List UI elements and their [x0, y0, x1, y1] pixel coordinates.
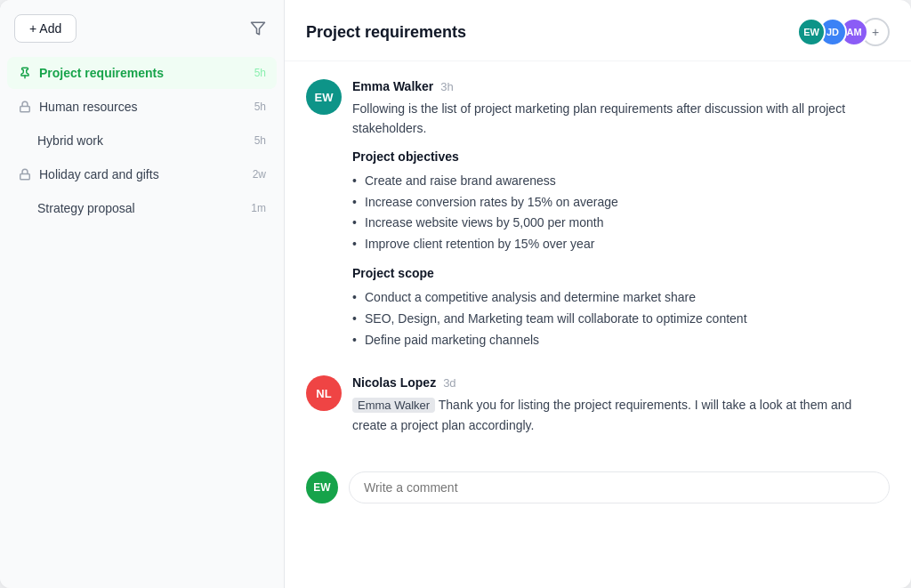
sidebar-nav: Project requirements5h Human resources5h…	[0, 57, 284, 224]
list-item: Conduct a competitive analysis and deter…	[352, 287, 890, 309]
sidebar: + Add Project requirements5h Human resou…	[0, 0, 285, 588]
filter-icon	[250, 20, 266, 36]
commenter-avatar: EW	[306, 471, 338, 503]
spacer-icon	[18, 133, 30, 148]
sidebar-item-holiday-card-gifts[interactable]: Holiday card and gifts2w	[7, 158, 277, 190]
post-time-2: 3d	[443, 376, 456, 390]
svg-rect-3	[20, 173, 30, 179]
section-heading-objectives: Project objectives	[352, 149, 890, 164]
list-item: Increase conversion rates by 15% on aver…	[352, 192, 890, 213]
app-container: + Add Project requirements5h Human resou…	[0, 0, 911, 588]
sidebar-item-time: 5h	[254, 134, 266, 147]
page-title: Project requirements	[306, 23, 466, 42]
sidebar-item-time: 2w	[253, 168, 266, 181]
sidebar-item-strategy-proposal[interactable]: Strategy proposal1m	[7, 192, 277, 224]
post-time-1: 3h	[440, 80, 453, 93]
sidebar-header: + Add	[0, 14, 284, 57]
post-body-1: Emma Walker 3h Following is the list of …	[352, 79, 890, 354]
lock-icon	[18, 100, 32, 114]
post-intro-1: Following is the list of project marketi…	[352, 99, 890, 139]
list-item: Increase website views by 5,000 per mont…	[352, 213, 890, 234]
scope-list: Conduct a competitive analysis and deter…	[352, 287, 890, 350]
main-header: Project requirements EW JD AM +	[285, 0, 911, 61]
post-author-2: Nicolas Lopez	[352, 375, 436, 390]
sidebar-item-project-requirements[interactable]: Project requirements5h	[7, 57, 277, 89]
post-item-1: EW Emma Walker 3h Following is the list …	[306, 79, 890, 354]
sidebar-item-label: Hybrid work	[37, 133, 247, 148]
sidebar-item-human-resources[interactable]: Human resources5h	[7, 91, 277, 123]
add-button[interactable]: + Add	[14, 14, 77, 43]
sidebar-item-hybrid-work[interactable]: Hybrid work5h	[7, 125, 277, 157]
post-section-scope: Project scope Conduct a competitive anal…	[352, 266, 890, 350]
list-item: SEO, Design, and Marketing team will col…	[352, 309, 890, 330]
post-text-2: Emma Walker Thank you for listing the pr…	[352, 395, 890, 435]
sidebar-item-time: 1m	[251, 202, 266, 214]
section-heading-scope: Project scope	[352, 266, 890, 280]
content-scroll: EW Emma Walker 3h Following is the list …	[285, 61, 911, 588]
svg-marker-0	[252, 22, 265, 35]
post-avatar-emma: EW	[306, 79, 342, 115]
list-item: Define paid marketing channels	[352, 330, 890, 351]
pin-icon	[18, 66, 32, 80]
sidebar-item-time: 5h	[254, 101, 266, 113]
post-section-objectives: Project objectives Create and raise bran…	[352, 149, 890, 255]
comment-input-row: EW	[306, 468, 890, 511]
post-avatar-nicolas: NL	[306, 375, 342, 411]
avatar-emma: EW	[797, 18, 826, 46]
post-author-line-1: Emma Walker 3h	[352, 79, 890, 93]
list-item: Improve client retention by 15% over yea…	[352, 234, 890, 255]
comment-input[interactable]	[349, 471, 890, 503]
avatar-group: EW JD AM +	[797, 18, 890, 46]
post-body-2: Nicolas Lopez 3d Emma Walker Thank you f…	[352, 375, 890, 446]
svg-rect-2	[20, 106, 30, 111]
objectives-list: Create and raise brand awareness Increas…	[352, 171, 890, 255]
sidebar-item-label: Project requirements	[39, 66, 247, 80]
post-author-line-2: Nicolas Lopez 3d	[352, 375, 890, 390]
lock-icon	[18, 167, 32, 181]
list-item: Create and raise brand awareness	[352, 171, 890, 192]
post-item-2: NL Nicolas Lopez 3d Emma Walker Thank yo…	[306, 375, 890, 446]
sidebar-item-label: Human resources	[39, 100, 247, 114]
sidebar-item-time: 5h	[254, 67, 266, 79]
sidebar-item-label: Strategy proposal	[37, 201, 244, 215]
filter-button[interactable]	[246, 17, 270, 40]
main-content: Project requirements EW JD AM + EW Emma …	[285, 0, 911, 588]
spacer-icon	[18, 201, 30, 215]
post-author-1: Emma Walker	[352, 79, 433, 93]
mention-tag: Emma Walker	[352, 398, 435, 413]
sidebar-item-label: Holiday card and gifts	[39, 167, 246, 181]
